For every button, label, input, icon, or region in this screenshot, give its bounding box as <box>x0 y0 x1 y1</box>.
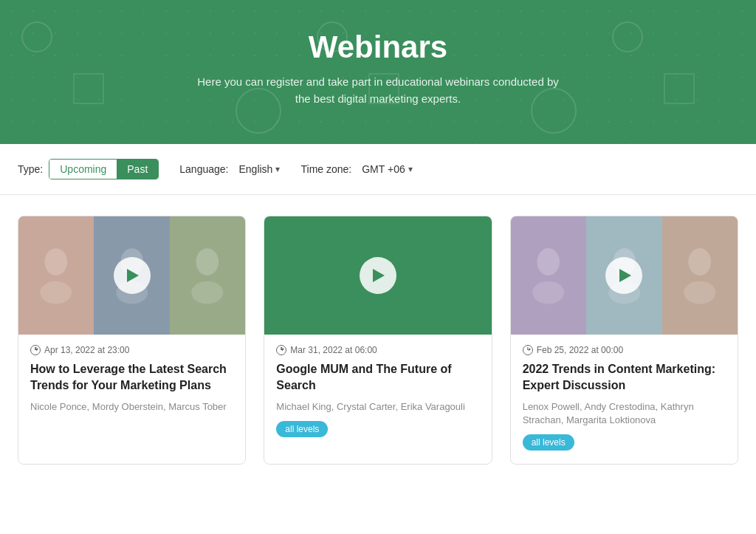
svg-point-4 <box>196 248 219 275</box>
hero-subtitle: Here you can register and take part in e… <box>193 74 563 107</box>
card-3-authors: Lenox Powell, Andy Crestodina, Kathryn S… <box>523 400 726 427</box>
card-1-authors: Nicole Ponce, Mordy Oberstein, Marcus To… <box>30 400 233 414</box>
play-icon-2 <box>373 269 385 282</box>
card-2-badge: all levels <box>276 421 328 437</box>
card-1-body: Apr 13, 2022 at 23:00 How to Leverage th… <box>18 335 245 434</box>
hero-section: Webinars Here you can register and take … <box>0 0 756 144</box>
svg-point-1 <box>41 281 72 304</box>
play-button-3[interactable] <box>605 257 642 294</box>
play-button-2[interactable] <box>360 257 396 294</box>
play-button-1[interactable] <box>114 257 151 294</box>
webinar-card-3: Feb 25, 2022 at 00:00 2022 Trends in Con… <box>510 216 738 465</box>
timezone-select-wrapper: GMT +06 <box>357 160 413 178</box>
timezone-filter-group: Time zone: GMT +06 <box>300 160 413 178</box>
svg-point-6 <box>537 248 560 275</box>
page-title: Webinars <box>15 30 741 65</box>
card-2-title: Google MUM and The Future of Search <box>276 361 479 394</box>
card-3-date: Feb 25, 2022 at 00:00 <box>523 345 726 355</box>
card-2-authors: Michael King, Crystal Carter, Erika Vara… <box>276 400 479 414</box>
language-select-wrapper: English <box>234 160 280 178</box>
card-3-title: 2022 Trends in Content Marketing: Expert… <box>523 361 726 394</box>
speaker-photo-3 <box>170 216 245 335</box>
speaker-photo-6 <box>662 216 738 335</box>
card-2-thumbnail[interactable] <box>264 216 491 335</box>
play-icon-3 <box>619 269 631 282</box>
timezone-select[interactable]: GMT +06 <box>357 160 420 178</box>
card-1-title: How to Leverage the Latest Search Trends… <box>30 361 233 394</box>
language-filter-group: Language: English <box>179 160 280 178</box>
clock-icon-2 <box>276 345 286 355</box>
card-3-badge: all levels <box>523 434 574 451</box>
card-3-body: Feb 25, 2022 at 00:00 2022 Trends in Con… <box>511 335 738 464</box>
svg-point-11 <box>684 281 715 304</box>
filters-bar: Type: Upcoming Past Language: English Ti… <box>0 144 756 195</box>
svg-point-0 <box>45 248 68 275</box>
webinar-card-1: Apr 13, 2022 at 23:00 How to Leverage th… <box>18 216 246 465</box>
svg-point-7 <box>532 281 564 304</box>
clock-icon-1 <box>30 345 41 355</box>
webinars-grid: Apr 13, 2022 at 23:00 How to Leverage th… <box>0 195 756 485</box>
type-button-group: Upcoming Past <box>49 159 159 179</box>
timezone-filter-label: Time zone: <box>300 163 351 175</box>
type-filter-group: Type: Upcoming Past <box>18 159 159 179</box>
type-filter-label: Type: <box>18 163 43 175</box>
language-select[interactable]: English <box>234 160 287 178</box>
card-1-date: Apr 13, 2022 at 23:00 <box>30 345 233 355</box>
svg-point-5 <box>192 281 224 304</box>
card-2-body: Mar 31, 2022 at 06:00 Google MUM and The… <box>264 335 491 451</box>
speaker-photo-4 <box>511 216 586 335</box>
language-filter-label: Language: <box>179 163 228 175</box>
card-1-thumbnail[interactable] <box>18 216 245 335</box>
svg-point-10 <box>688 248 711 275</box>
card-3-thumbnail[interactable] <box>511 216 738 335</box>
webinar-card-2: Mar 31, 2022 at 06:00 Google MUM and The… <box>264 216 492 465</box>
clock-icon-3 <box>523 345 533 355</box>
past-button[interactable]: Past <box>117 160 158 179</box>
upcoming-button[interactable]: Upcoming <box>49 160 117 179</box>
card-2-date: Mar 31, 2022 at 06:00 <box>276 345 479 355</box>
play-icon-1 <box>127 269 139 282</box>
speaker-photo-1 <box>18 216 94 335</box>
